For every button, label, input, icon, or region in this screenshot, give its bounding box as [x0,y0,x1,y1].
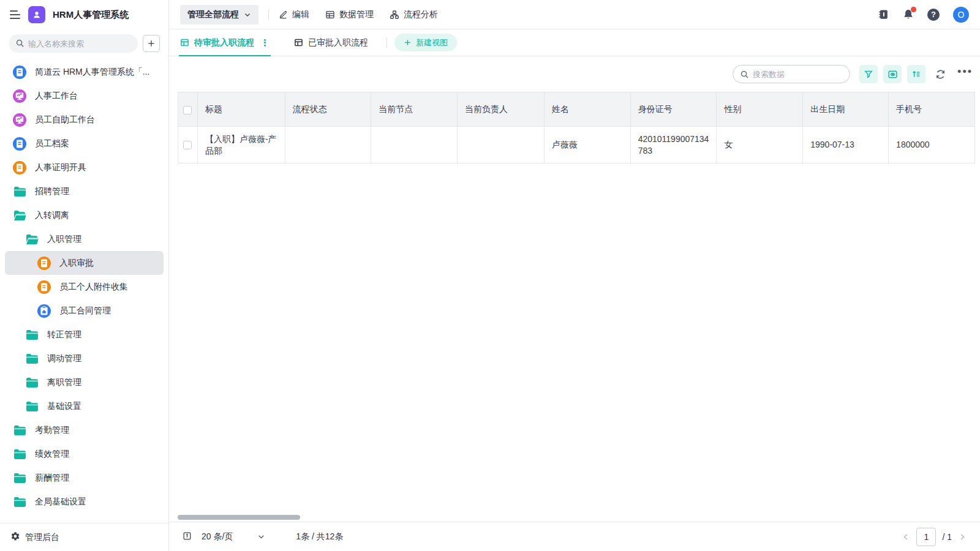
app-title: HRM人事管理系统 [53,9,129,21]
column-header[interactable]: 身份证号 [630,92,717,127]
user-avatar[interactable]: O [953,7,969,23]
notification-badge [911,7,916,12]
divider [386,37,387,48]
sidebar-item[interactable]: 人事证明开具 [5,156,164,179]
folder-icon [24,353,39,364]
sidebar-item-label: 调动管理 [47,353,81,364]
row-checkbox[interactable] [183,141,192,149]
sidebar-item[interactable]: 离职管理 [5,370,164,394]
notification-bell-icon[interactable] [903,9,914,20]
topbar-right-icons: ? O [878,7,969,23]
tab-label: 待审批入职流程 [194,37,254,48]
sidebar-item[interactable]: 入转调离 [5,203,164,227]
sidebar-item[interactable]: 调动管理 [5,347,164,370]
sidebar-item[interactable]: 简道云 HRM人事管理系统「... [5,60,164,84]
column-header[interactable]: 性别 [717,92,803,127]
table-cell: 1800000 [889,127,975,163]
new-view-label: 新建视图 [416,37,448,48]
tab-approved[interactable]: 已审批入职流程 [293,29,369,56]
app-window: HRM人事管理系统 简道云 HRM人事管理系统「...人事工作台员工自助工作台员… [0,0,980,551]
select-all-checkbox[interactable] [183,106,192,114]
data-search-input[interactable] [733,70,863,79]
prev-page-icon[interactable] [902,533,910,541]
flow-analysis-icon [390,10,399,20]
sidebar-item[interactable]: 员工个人附件收集 [5,275,164,299]
add-button[interactable] [143,35,160,52]
sidebar-item[interactable]: 入职审批 [5,251,164,275]
tab-pending-approval[interactable]: 待审批入职流程 ⋮ [179,29,271,56]
sidebar-item-label: 基础设置 [47,401,81,412]
sidebar-item[interactable]: 薪酬管理 [5,466,164,490]
tab-more-icon[interactable]: ⋮ [260,37,270,48]
sidebar-item[interactable]: 招聘管理 [5,179,164,203]
sidebar-item-label: 离职管理 [47,377,81,388]
doc-icon [37,256,51,271]
data-table: 标题流程状态当前节点当前负责人姓名身份证号性别出生日期手机号 【入职】卢薇薇-产… [178,92,975,163]
folder-icon [24,401,39,412]
folder-icon [12,186,27,197]
divider [268,9,269,20]
column-header[interactable]: 流程状态 [285,92,371,127]
flow-analysis-button[interactable]: 流程分析 [390,9,438,20]
folder-open-icon [24,234,39,245]
new-view-button[interactable]: 新建视图 [394,34,457,51]
doc-icon [12,65,27,80]
column-header[interactable]: 手机号 [889,92,975,127]
notebook-icon[interactable] [878,9,889,20]
data-table-wrap: 标题流程状态当前节点当前负责人姓名身份证号性别出生日期手机号 【入职】卢薇薇-产… [178,92,975,514]
sidebar-item[interactable]: 员工合同管理 [5,299,164,323]
help-icon[interactable]: ? [927,9,940,21]
sidebar-item-label: 人事工作台 [35,91,78,102]
folder-icon [24,329,39,340]
more-options-button[interactable]: ••• [955,66,975,83]
admin-backend-button[interactable]: 管理后台 [0,523,168,551]
sidebar-item[interactable]: 基础设置 [5,394,164,418]
sidebar-item[interactable]: 绩效管理 [5,442,164,466]
manage-all-flows-button[interactable]: 管理全部流程 [180,5,258,24]
sidebar-item[interactable]: 人事工作台 [5,84,164,108]
sort-button[interactable] [907,65,925,83]
column-header[interactable]: 标题 [197,92,285,127]
pagination-bar: 20 条/页 1条 / 共12条 / 1 [169,522,980,551]
sidebar-item-label: 考勤管理 [35,425,69,436]
select-all-cell [178,92,198,127]
sidebar-item-label: 转正管理 [47,329,81,340]
sidebar-item[interactable]: 考勤管理 [5,418,164,442]
sidebar-item[interactable]: 员工自助工作台 [5,108,164,132]
table-row: 【入职】卢薇薇-产品部卢薇薇420101199007134783女1990-07… [178,127,975,163]
chevron-down-icon[interactable] [257,533,265,541]
doc-icon [12,160,27,175]
column-header[interactable]: 姓名 [544,92,630,127]
edit-button[interactable]: 编辑 [279,9,309,20]
sidebar-item[interactable]: 员工档案 [5,132,164,156]
page-number-input[interactable] [916,528,936,546]
data-management-button[interactable]: 数据管理 [325,9,374,20]
horizontal-scrollbar-thumb[interactable] [178,515,300,520]
folder-icon [12,473,27,484]
folder-icon [12,449,27,460]
sidebar-item-label: 薪酬管理 [35,473,69,484]
hamburger-menu-icon[interactable] [10,10,21,19]
tab-label: 已审批入职流程 [308,37,368,48]
sort-icon [911,69,921,79]
main-area: 管理全部流程 编辑 数据管理 流程分析 [169,0,980,551]
refresh-button[interactable] [931,65,949,83]
sidebar-item[interactable]: 转正管理 [5,323,164,347]
monitor-icon [12,89,27,103]
view-tab-bar: 待审批入职流程 ⋮ 已审批入职流程 新建视图 [169,29,980,56]
column-header[interactable]: 当前节点 [371,92,458,127]
column-header[interactable]: 当前负责人 [458,92,545,127]
data-management-label: 数据管理 [339,9,374,20]
display-fields-button[interactable] [883,65,902,83]
table-cell [285,127,371,163]
page-size-label[interactable]: 20 条/页 [202,531,233,542]
row-checkbox-cell [178,127,198,163]
next-page-icon[interactable] [958,533,967,541]
sidebar-item[interactable]: 全局基础设置 [5,490,164,514]
pencil-icon [279,10,288,19]
sidebar-search-input[interactable] [9,34,138,53]
sidebar-item[interactable]: 入职管理 [5,227,164,251]
panel-toggle-icon[interactable] [183,531,192,542]
column-header[interactable]: 出生日期 [803,92,889,127]
folder-icon [12,497,27,508]
